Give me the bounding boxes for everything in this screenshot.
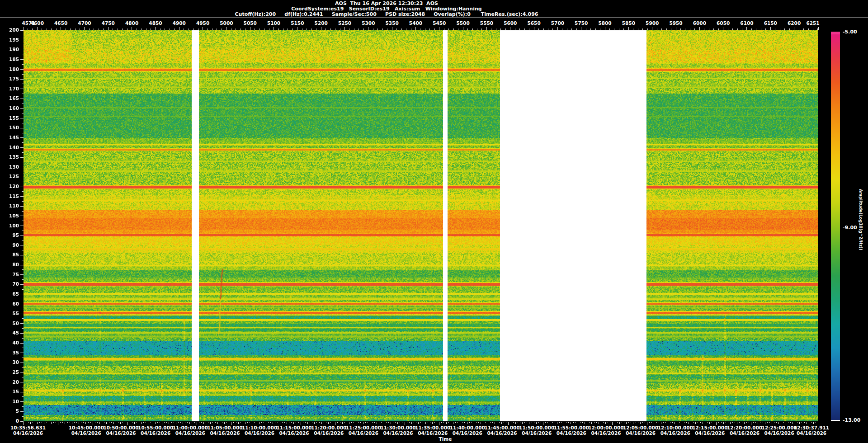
record-tick-minor: [170, 28, 170, 30]
record-tick-minor: [47, 28, 47, 30]
record-tick-minor: [633, 28, 633, 30]
record-tick-minor: [453, 28, 454, 30]
time-tick: [30, 422, 31, 424]
time-tick: [342, 422, 343, 424]
time-tick: [85, 422, 86, 424]
time-tick: [746, 422, 747, 423]
record-tick-minor: [184, 28, 184, 30]
record-tick-minor: [359, 28, 359, 30]
freq-tick-minor: [22, 64, 24, 65]
record-tick-label: 5000: [220, 21, 233, 26]
record-tick-minor: [51, 28, 52, 30]
freq-tick-minor: [22, 406, 24, 407]
freq-tick-minor: [22, 172, 24, 172]
time-tick: [192, 422, 192, 423]
time-tick: [340, 422, 340, 423]
time-tick: [559, 422, 560, 423]
freq-tick-label: 155: [3, 116, 19, 121]
record-tick-minor: [264, 28, 264, 30]
time-tick: [576, 422, 576, 423]
freq-tick-label: 165: [3, 96, 19, 101]
freq-tick-minor: [22, 240, 24, 240]
time-tick: [222, 422, 222, 423]
time-tick: [328, 422, 329, 424]
record-tick-minor: [519, 28, 520, 30]
time-tick: [88, 422, 89, 423]
time-tick: [589, 422, 590, 423]
freq-tick-major: [20, 118, 24, 118]
time-tick: [349, 422, 349, 424]
time-tick-label: 11:20:00.000: [311, 425, 346, 430]
time-tick: [65, 422, 65, 424]
time-tick: [802, 422, 802, 423]
record-tick-minor: [628, 28, 629, 30]
time-tick: [160, 422, 160, 423]
time-tick: [700, 422, 701, 423]
time-tick: [633, 422, 633, 424]
record-tick-minor: [813, 28, 813, 30]
record-tick-minor: [354, 28, 354, 30]
record-tick-minor: [127, 28, 127, 30]
record-tick-minor: [203, 28, 203, 30]
time-tick: [120, 422, 121, 424]
time-tick: [518, 422, 518, 423]
time-tick: [104, 422, 104, 423]
time-tick: [171, 422, 172, 423]
time-tick: [241, 422, 241, 423]
record-tick-minor: [638, 28, 638, 30]
time-tick: [682, 422, 682, 425]
time-tick: [153, 422, 153, 423]
time-tick: [550, 422, 550, 424]
time-tick: [250, 422, 250, 423]
time-tick-label: 10:35:56.631: [10, 425, 46, 430]
time-tick: [527, 422, 527, 423]
time-tick: [488, 422, 488, 424]
time-tick: [298, 422, 299, 423]
time-tick: [691, 422, 691, 423]
record-tick-minor: [605, 28, 605, 30]
record-tick-minor: [586, 28, 586, 30]
record-tick-label: 5400: [409, 21, 422, 26]
freq-tick-label: 110: [3, 203, 19, 208]
time-tick: [187, 422, 188, 423]
record-tick-minor: [600, 28, 600, 30]
record-tick-minor: [118, 28, 118, 30]
time-tick: [786, 422, 786, 425]
time-tick: [763, 422, 763, 423]
time-tick-date: 04/16/2026: [13, 431, 43, 436]
record-tick-minor: [704, 28, 704, 30]
time-tick: [619, 422, 620, 424]
time-tick: [420, 422, 421, 423]
time-tick: [430, 422, 430, 423]
time-tick: [735, 422, 735, 423]
record-tick-label: 5900: [646, 21, 659, 26]
record-tick-minor: [666, 28, 667, 30]
time-tick: [541, 422, 541, 423]
time-tick: [425, 422, 426, 424]
record-tick-minor: [609, 28, 610, 30]
record-tick-label: 4800: [125, 21, 138, 26]
record-tick-label: 4600: [31, 21, 44, 26]
time-tick: [51, 422, 52, 424]
time-tick-date: 04/16/2026: [279, 431, 309, 436]
time-tick: [347, 422, 347, 423]
time-tick: [360, 422, 361, 423]
time-tick: [127, 422, 127, 425]
record-tick-minor: [467, 28, 468, 30]
freq-tick-minor: [22, 152, 24, 153]
record-tick-minor: [567, 28, 567, 30]
time-tick: [330, 422, 331, 423]
spectrogram-canvas[interactable]: [24, 30, 818, 421]
time-tick: [522, 422, 523, 424]
freq-tick-label: 25: [3, 370, 19, 375]
freq-tick-major: [20, 167, 24, 167]
time-tick: [811, 422, 811, 423]
time-tick: [804, 422, 805, 423]
freq-tick-label: 195: [3, 38, 19, 42]
record-tick-minor: [652, 28, 652, 30]
time-tick: [728, 422, 728, 423]
freq-tick-major: [20, 187, 24, 187]
colorbar-min-tick: [831, 420, 840, 421]
time-tick-date: 04/16/2026: [175, 431, 205, 436]
time-tick: [455, 422, 456, 423]
